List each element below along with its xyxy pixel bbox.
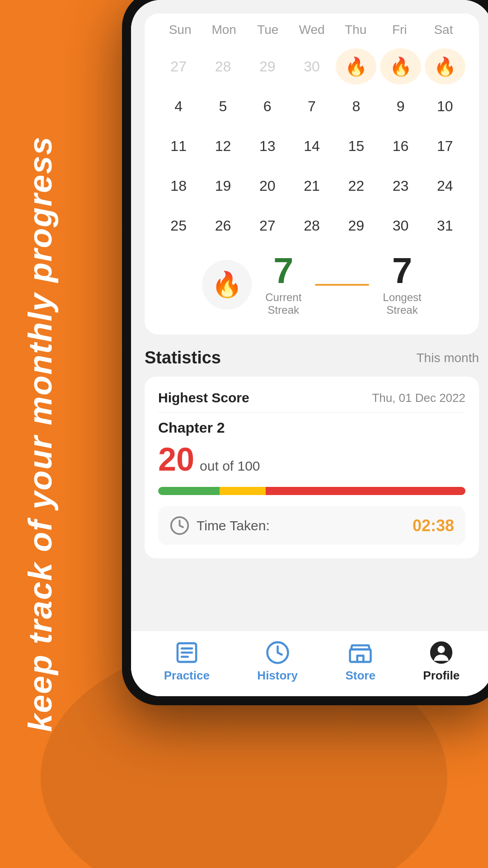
streak-section: 🔥 7 CurrentStreak 7 LongestStreak: [158, 244, 465, 321]
nav-store[interactable]: Store: [345, 640, 375, 683]
day-sat: Sat: [422, 18, 465, 42]
day-thu: Thu: [334, 18, 378, 42]
longest-streak-value: 7: [383, 253, 421, 289]
calendar-cell: 4: [158, 88, 199, 124]
calendar-cell: 19: [202, 168, 243, 204]
calendar-cell: 7: [291, 88, 332, 124]
nav-store-label: Store: [345, 669, 375, 683]
score-number: 20: [158, 441, 194, 478]
time-taken-row: Time Taken: 02:38: [158, 506, 465, 545]
practice-icon: [174, 640, 199, 665]
calendar-section: Sun Mon Tue Wed Thu Fri Sat 27 28 29: [145, 14, 479, 335]
calendar-cell: 6: [247, 88, 288, 124]
streak-fire-icon: 🔥: [202, 260, 252, 310]
day-mon: Mon: [202, 18, 246, 42]
calendar-cell: 29: [247, 48, 288, 85]
nav-profile[interactable]: Profile: [423, 640, 460, 683]
longest-streak-label: LongestStreak: [383, 291, 421, 316]
progress-green: [158, 487, 220, 495]
svg-point-8: [438, 646, 445, 653]
current-streak-value: 7: [265, 253, 301, 289]
progress-yellow: [220, 487, 266, 495]
statistics-section: Statistics This month Highest Score Thu,…: [145, 348, 479, 626]
calendar-cell: 8: [336, 88, 376, 124]
calendar-cell: 22: [336, 168, 376, 204]
calendar-cell: 10: [425, 88, 465, 124]
time-taken-label: Time Taken:: [197, 518, 270, 533]
calendar-cell-flame: 🔥: [380, 48, 421, 85]
calendar-cell: 24: [425, 168, 465, 204]
calendar-cell: 26: [202, 208, 243, 244]
calendar-cell: 30: [291, 48, 332, 85]
progress-red: [266, 487, 465, 495]
streak-divider: [315, 284, 369, 286]
calendar-cell: 11: [158, 128, 199, 164]
calendar-cell: 15: [336, 128, 376, 164]
calendar-cell: 21: [291, 168, 332, 204]
time-value: 02:38: [413, 516, 454, 535]
calendar-cell: 28: [202, 48, 243, 85]
calendar-cell: 25: [158, 208, 199, 244]
progress-bar: [158, 487, 465, 495]
time-taken-left: Time Taken:: [169, 515, 270, 536]
statistics-period: This month: [417, 351, 479, 365]
day-tue: Tue: [246, 18, 290, 42]
nav-history-label: History: [257, 669, 298, 683]
nav-profile-label: Profile: [423, 669, 460, 683]
side-text: keep track of your monthly progress: [14, 90, 68, 778]
calendar-cell: 27: [158, 48, 199, 85]
calendar-cell: 16: [380, 128, 421, 164]
calendar-cell: 27: [247, 208, 288, 244]
day-wed: Wed: [290, 18, 333, 42]
score-outof: out of 100: [200, 458, 260, 474]
nav-practice[interactable]: Practice: [164, 640, 210, 683]
chapter-name: Chapter 2: [158, 420, 465, 436]
calendar-cell-flame: 🔥: [336, 48, 376, 85]
bottom-navigation: Practice History: [131, 631, 488, 696]
calendar-cell: 30: [380, 208, 421, 244]
calendar-cell: 9: [380, 88, 421, 124]
calendar-grid: 27 28 29 30 🔥 🔥 🔥 4 5 6 7 8 9: [158, 48, 465, 244]
current-streak-label: CurrentStreak: [265, 291, 301, 316]
store-icon: [348, 640, 373, 665]
calendar-cell: 18: [158, 168, 199, 204]
calendar-cell: 28: [291, 208, 332, 244]
calendar-cell: 23: [380, 168, 421, 204]
score-display: 20 out of 100: [158, 441, 465, 478]
calendar-cell: 14: [291, 128, 332, 164]
calendar-cell: 13: [247, 128, 288, 164]
calendar-cell: 20: [247, 168, 288, 204]
clock-icon: [169, 515, 190, 536]
current-streak: 7 CurrentStreak: [265, 253, 301, 316]
phone-frame: Sun Mon Tue Wed Thu Fri Sat 27 28 29: [122, 0, 488, 705]
calendar-cell-flame: 🔥: [425, 48, 465, 85]
day-fri: Fri: [378, 18, 422, 42]
history-icon: [265, 640, 290, 665]
calendar-cell: 29: [336, 208, 376, 244]
calendar-cell: 5: [202, 88, 243, 124]
calendar-cell: 31: [425, 208, 465, 244]
calendar-cell: 17: [425, 128, 465, 164]
longest-streak: 7 LongestStreak: [383, 253, 421, 316]
highest-score-label: Highest Score: [158, 390, 249, 406]
statistics-header: Statistics This month: [145, 348, 479, 368]
calendar-header: Sun Mon Tue Wed Thu Fri Sat: [158, 18, 465, 42]
stats-card: Highest Score Thu, 01 Dec 2022 Chapter 2…: [145, 377, 479, 558]
calendar-cell: 12: [202, 128, 243, 164]
score-date: Thu, 01 Dec 2022: [372, 391, 465, 405]
statistics-title: Statistics: [145, 348, 221, 368]
nav-history[interactable]: History: [257, 640, 298, 683]
profile-icon: [429, 640, 454, 665]
day-sun: Sun: [158, 18, 202, 42]
score-header: Highest Score Thu, 01 Dec 2022: [158, 390, 465, 413]
nav-practice-label: Practice: [164, 669, 210, 683]
